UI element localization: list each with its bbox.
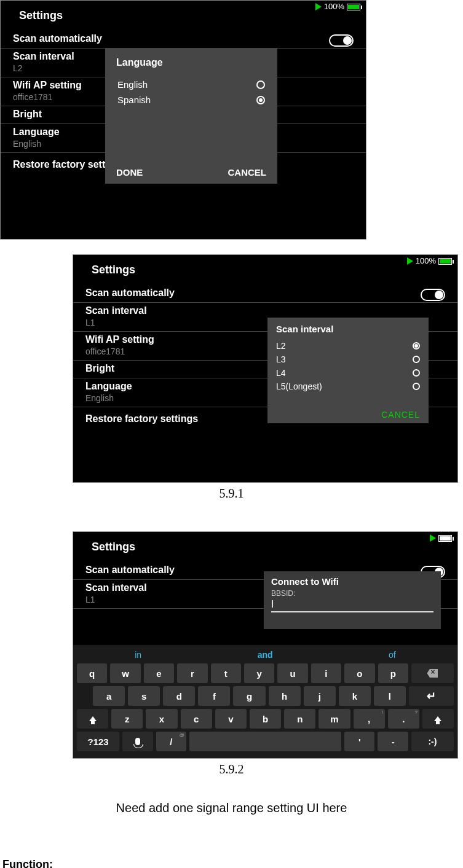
page-title: Settings [73,255,457,285]
suggestion[interactable]: and [258,650,273,660]
key-z[interactable]: z [111,709,143,729]
key-d[interactable]: d [163,686,195,706]
key-k[interactable]: k [339,686,371,706]
scan-interval-label: Scan interval [85,305,445,316]
scan-auto-toggle[interactable] [421,289,445,301]
mic-icon [135,738,140,745]
radio-icon [413,369,420,377]
play-icon [430,534,436,542]
dialog-title: Language [116,57,266,68]
key-mic[interactable] [122,732,152,751]
key-r[interactable]: r [177,663,207,683]
key-q[interactable]: q [77,663,107,683]
key-space[interactable] [189,732,341,751]
battery-text: 100% [324,2,344,11]
status-bar [430,533,454,542]
key-v[interactable]: v [215,709,247,729]
scan-auto-toggle[interactable] [329,34,354,47]
keyboard: in and of q w e r t y u i o p a s d f g … [73,645,457,758]
settings-screen-language: 100% Settings Scan automatically Scan in… [0,0,366,240]
radio-icon [413,342,420,350]
page-title: Settings [73,532,457,562]
status-bar: 100% [315,2,362,11]
key-o[interactable]: o [344,663,374,683]
key-b[interactable]: b [250,709,281,729]
cancel-button[interactable]: CANCEL [228,167,267,178]
wifi-dialog: Connect to Wifi BBSID: I [264,571,441,629]
keyboard-row: a s d f g h j k l ↵ [77,686,454,706]
figure-caption: 5.9.2 [0,762,463,776]
key-w[interactable]: w [110,663,140,683]
key-s[interactable]: s [128,686,160,706]
option-english[interactable]: English [116,77,266,92]
language-dialog: Language English Spanish DONE CANCEL [105,49,277,184]
key-apostrophe[interactable]: ' [344,732,374,751]
key-m[interactable]: m [319,709,350,729]
battery-text: 100% [416,256,436,265]
battery-icon [438,533,454,542]
key-h[interactable]: h [269,686,301,706]
play-icon [407,257,413,265]
keyboard-row: z x c v b n m ,! .? [77,709,454,729]
shift-icon [434,716,441,721]
radio-icon [413,383,420,390]
option-l5[interactable]: L5(Longest) [276,380,420,393]
key-a[interactable]: a [93,686,125,706]
key-slash[interactable]: /@ [156,732,186,751]
key-j[interactable]: j [304,686,336,706]
row-scan-auto[interactable]: Scan automatically [1,31,366,49]
option-label: L2 [276,341,286,351]
dialog-title: Scan interval [276,324,420,334]
key-p[interactable]: p [378,663,408,683]
page-title: Settings [1,1,366,31]
option-label: L5(Longest) [276,381,322,391]
option-label: L4 [276,368,286,378]
key-g[interactable]: g [233,686,265,706]
key-c[interactable]: c [181,709,212,729]
key-period[interactable]: .? [388,709,419,729]
key-i[interactable]: i [311,663,341,683]
battery-icon [438,256,454,265]
key-n[interactable]: n [284,709,315,729]
key-shift-right[interactable] [422,709,454,729]
key-x[interactable]: x [146,709,177,729]
suggestion[interactable]: in [135,650,141,660]
key-symbols[interactable]: ?123 [77,732,119,751]
interval-dialog: Scan interval L2 L3 L4 L5(Longest) CANCE… [267,318,429,423]
suggestion[interactable]: of [389,650,396,660]
shift-icon [89,716,97,721]
figure-caption: 5.9.1 [0,487,463,501]
key-comma[interactable]: ,! [354,709,385,729]
key-l[interactable]: l [374,686,406,706]
option-l2[interactable]: L2 [276,339,420,353]
battery-icon [347,2,362,11]
scan-auto-label: Scan automatically [13,33,354,44]
key-y[interactable]: y [244,663,274,683]
settings-screen-wifi: Settings Scan automatically Scan interva… [73,531,458,759]
bbsid-input[interactable]: I [271,599,433,612]
key-backspace[interactable] [411,663,454,683]
row-scan-auto[interactable]: Scan automatically [73,285,457,303]
cancel-button[interactable]: CANCEL [381,410,420,420]
radio-icon [256,80,265,89]
option-l4[interactable]: L4 [276,366,420,380]
radio-icon [256,96,265,104]
option-label: English [117,79,148,90]
key-shift-left[interactable] [77,709,108,729]
option-l3[interactable]: L3 [276,353,420,366]
bbsid-label: BBSID: [271,589,433,598]
function-heading: Function: [2,858,463,868]
done-button[interactable]: DONE [116,167,143,178]
author-note: Need add one signal range setting UI her… [0,801,463,815]
keyboard-row: ?123 /@ ' - :-) [77,732,454,751]
key-u[interactable]: u [277,663,307,683]
radio-icon [413,356,420,363]
key-enter[interactable]: ↵ [409,686,454,706]
key-t[interactable]: t [211,663,241,683]
suggestion-bar: in and of [77,649,454,663]
key-e[interactable]: e [144,663,174,683]
key-dash[interactable]: - [378,732,408,751]
option-spanish[interactable]: Spanish [116,92,266,108]
key-emoji[interactable]: :-) [411,732,454,751]
key-f[interactable]: f [198,686,230,706]
